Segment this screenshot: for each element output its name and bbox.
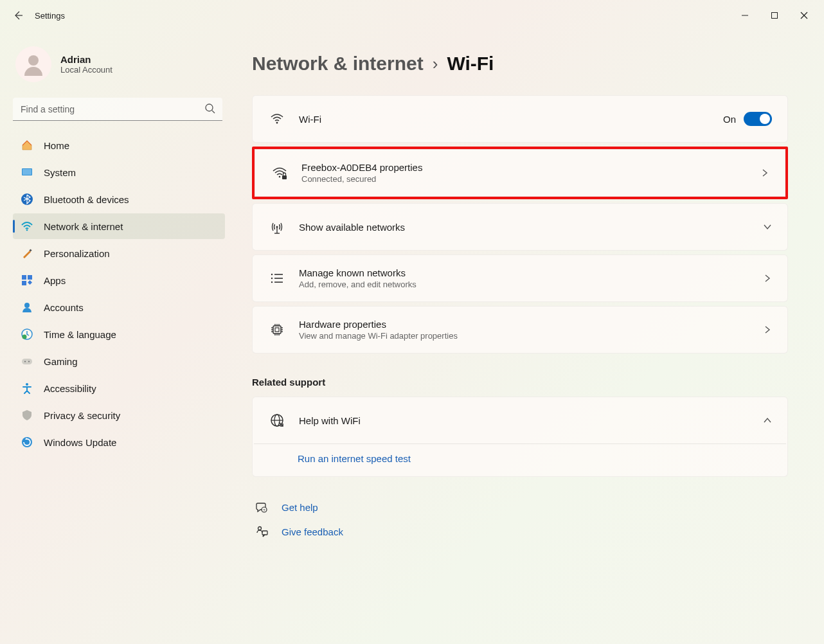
get-help-link[interactable]: Get help (282, 502, 318, 513)
known-networks-row[interactable]: Manage known networks Add, remove, and e… (253, 255, 787, 301)
sidebar-item-network[interactable]: Network & internet (13, 213, 225, 239)
main-content: Network & internet › Wi-Fi Wi-Fi On (231, 31, 824, 644)
svg-rect-12 (22, 275, 26, 280)
sidebar-item-label: Gaming (44, 356, 78, 367)
known-title: Manage known networks (299, 267, 763, 278)
sidebar-item-accessibility[interactable]: Accessibility (13, 375, 225, 401)
sidebar-item-label: Home (44, 140, 69, 151)
wifi-toggle-title: Wi-Fi (299, 114, 723, 125)
breadcrumb-parent[interactable]: Network & internet (252, 53, 424, 75)
sidebar-item-bluetooth[interactable]: Bluetooth & devices (13, 186, 225, 212)
wifi-toggle-row[interactable]: Wi-Fi On (253, 96, 787, 142)
system-icon (21, 166, 33, 179)
minimize-button[interactable] (730, 5, 760, 26)
svg-rect-8 (22, 169, 31, 175)
apps-icon (21, 274, 33, 287)
svg-rect-35 (273, 326, 281, 334)
sidebar: Adrian Local Account Home System Bluetoo… (0, 31, 231, 644)
sidebar-item-label: Accessibility (44, 383, 96, 394)
user-name: Adrian (60, 54, 112, 65)
window-title: Settings (35, 11, 65, 21)
maximize-icon (771, 12, 778, 19)
sidebar-item-gaming[interactable]: Gaming (13, 348, 225, 374)
back-button[interactable] (5, 3, 31, 28)
antenna-icon (268, 218, 286, 236)
sidebar-item-label: Windows Update (44, 437, 116, 448)
wifi-toggle-card: Wi-Fi On (252, 95, 788, 143)
minimize-icon (741, 12, 749, 19)
chevron-right-icon (763, 274, 772, 283)
arrow-left-icon (13, 10, 23, 21)
help-card: Help with WiFi Run an internet speed tes… (252, 397, 788, 477)
hardware-row[interactable]: Hardware properties View and manage Wi-F… (253, 307, 787, 353)
feedback-link[interactable]: Give feedback (282, 526, 343, 537)
sidebar-item-label: Time & language (44, 329, 116, 340)
sidebar-item-label: Accounts (44, 302, 84, 313)
svg-line-6 (212, 111, 215, 113)
get-help-row[interactable]: ? Get help (252, 495, 788, 519)
sidebar-item-time[interactable]: Time & language (13, 321, 225, 347)
related-heading: Related support (252, 377, 788, 388)
user-block[interactable]: Adrian Local Account (10, 41, 228, 94)
sidebar-item-label: Privacy & security (44, 410, 120, 421)
chevron-down-icon (763, 222, 772, 231)
sidebar-item-system[interactable]: System (13, 159, 225, 185)
sidebar-item-label: Apps (44, 275, 66, 286)
svg-point-10 (26, 229, 28, 231)
feedback-icon (255, 524, 269, 539)
help-title: Help with WiFi (299, 415, 763, 426)
close-button[interactable] (789, 5, 819, 26)
svg-point-19 (24, 361, 26, 362)
svg-point-4 (28, 55, 39, 66)
svg-rect-13 (28, 275, 32, 280)
search-icon (204, 103, 216, 114)
sidebar-item-update[interactable]: Windows Update (13, 429, 225, 455)
svg-point-30 (271, 278, 273, 279)
titlebar: Settings (0, 0, 824, 31)
close-icon (800, 12, 808, 19)
available-networks-row[interactable]: Show available networks (253, 204, 787, 250)
connected-network-row[interactable]: Freebox-A0DEB4 properties Connected, sec… (255, 150, 785, 196)
svg-point-23 (276, 122, 278, 124)
svg-point-20 (28, 361, 30, 362)
search-box (13, 98, 222, 121)
connected-title: Freebox-A0DEB4 properties (301, 162, 760, 173)
wifi-toggle-state: On (723, 114, 736, 125)
sidebar-item-home[interactable]: Home (13, 132, 225, 158)
search-input[interactable] (13, 98, 222, 121)
highlight-box: Freebox-A0DEB4 properties Connected, sec… (252, 147, 788, 199)
chevron-right-icon (763, 325, 772, 334)
svg-point-29 (271, 274, 273, 275)
wifi-toggle-switch[interactable] (744, 112, 772, 126)
maximize-button[interactable] (760, 5, 789, 26)
svg-rect-1 (772, 13, 778, 19)
wifi-nav-icon (21, 220, 33, 233)
sidebar-item-privacy[interactable]: Privacy & security (13, 402, 225, 428)
known-sub: Add, remove, and edit networks (299, 280, 763, 289)
svg-point-5 (206, 104, 213, 111)
sidebar-item-label: Network & internet (44, 221, 123, 232)
chevron-right-icon (760, 168, 769, 177)
sidebar-item-accounts[interactable]: Accounts (13, 294, 225, 320)
svg-point-54 (258, 527, 262, 530)
chevron-up-icon (763, 416, 772, 425)
sidebar-item-personalization[interactable]: Personalization (13, 240, 225, 266)
globe-icon (268, 411, 286, 429)
bottom-links: ? Get help Give feedback (252, 495, 788, 544)
chip-icon (268, 321, 286, 339)
svg-point-17 (22, 335, 27, 339)
sidebar-item-apps[interactable]: Apps (13, 267, 225, 293)
speed-test-row: Run an internet speed test (253, 444, 787, 476)
help-row[interactable]: Help with WiFi (253, 397, 787, 443)
svg-point-15 (24, 303, 30, 308)
nav: Home System Bluetooth & devices Network … (10, 132, 228, 455)
svg-rect-25 (282, 175, 287, 179)
bluetooth-icon (21, 193, 33, 206)
user-sub: Local Account (60, 65, 112, 75)
clock-icon (21, 328, 33, 341)
speed-test-link[interactable]: Run an internet speed test (298, 453, 411, 464)
breadcrumb: Network & internet › Wi-Fi (252, 53, 788, 75)
connected-sub: Connected, secured (301, 174, 760, 184)
feedback-row[interactable]: Give feedback (252, 519, 788, 544)
svg-rect-18 (22, 359, 32, 364)
